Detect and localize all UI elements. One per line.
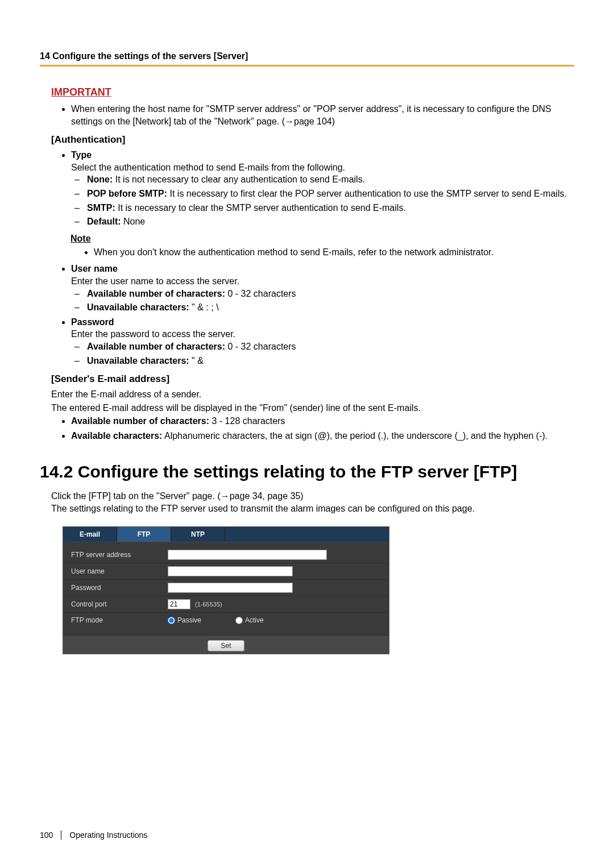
- label-password: Password: [71, 584, 168, 592]
- sender-avail-text: Alphanumeric characters, the at sign (@)…: [162, 431, 547, 441]
- ftp-settings-panel: E-mail FTP NTP FTP server address User n…: [63, 526, 389, 654]
- note-heading: Note: [70, 234, 574, 244]
- auth-smtp-text: It is necessary to clear the SMTP server…: [115, 203, 406, 213]
- section-14-2-title: 14.2 Configure the settings relating to …: [40, 462, 574, 482]
- intro-line2: The settings relating to the FTP server …: [51, 504, 475, 513]
- sender-chars-label: Available number of characters:: [71, 416, 209, 426]
- tab-ntp[interactable]: NTP: [171, 527, 225, 542]
- auth-user-label: User name: [71, 264, 118, 273]
- set-button[interactable]: Set: [208, 640, 244, 651]
- radio-passive-label[interactable]: Passive: [168, 616, 201, 624]
- auth-pass-item: Password Enter the password to access th…: [71, 316, 574, 367]
- auth-user-unavail-text: " & : ; \: [189, 302, 219, 312]
- radio-active-label[interactable]: Active: [235, 616, 264, 624]
- tab-blank: [225, 527, 389, 542]
- auth-pass-chars: Available number of characters: 0 - 32 c…: [87, 340, 574, 353]
- intro-block: Click the [FTP] tab on the "Server" page…: [51, 490, 574, 514]
- auth-pop-text: It is necessary to first clear the POP s…: [167, 189, 567, 198]
- sender-chars: Available number of characters: 3 - 128 …: [71, 415, 574, 427]
- auth-smtp-label: SMTP:: [87, 203, 115, 213]
- intro-line1: Click the [FTP] tab on the "Server" page…: [51, 491, 304, 501]
- sender-chars-text: 3 - 128 characters: [209, 416, 285, 426]
- important-item: When entering the host name for "SMTP se…: [71, 103, 574, 127]
- auth-user-chars: Available number of characters: 0 - 32 c…: [87, 288, 574, 300]
- note-item: When you don't know the authentication m…: [94, 246, 574, 259]
- radio-passive[interactable]: [168, 617, 175, 624]
- auth-user-item: User name Enter the user name to access …: [71, 263, 574, 313]
- input-password[interactable]: [168, 583, 293, 593]
- tab-email[interactable]: E-mail: [63, 527, 117, 542]
- input-control-port[interactable]: [168, 599, 190, 609]
- page-footer: 100 Operating Instructions: [40, 830, 147, 840]
- sender-heading: [Sender's E-mail address]: [51, 373, 574, 385]
- port-hint: (1-65535): [195, 601, 222, 608]
- page-header: 14 Configure the settings of the servers…: [40, 51, 574, 61]
- tab-ftp[interactable]: FTP: [117, 527, 171, 542]
- panel-tabs: E-mail FTP NTP: [63, 527, 389, 542]
- auth-type-desc: Select the authentication method to send…: [71, 163, 345, 172]
- label-username: User name: [71, 567, 168, 575]
- auth-pass-unavail-text: " &: [189, 356, 204, 366]
- auth-default: Default: None: [87, 215, 574, 228]
- auth-default-label: Default:: [87, 217, 121, 226]
- page-number: 100: [40, 830, 61, 840]
- auth-pass-unavail-label: Unavailable characters:: [87, 356, 189, 366]
- auth-none-label: None:: [87, 175, 113, 184]
- sender-avail: Available characters: Alphanumeric chara…: [71, 430, 574, 442]
- auth-user-unavail-label: Unavailable characters:: [87, 302, 189, 312]
- auth-pop: POP before SMTP: It is necessary to firs…: [87, 188, 574, 200]
- auth-heading: [Authentication]: [51, 134, 574, 146]
- radio-active[interactable]: [235, 617, 243, 624]
- sender-avail-label: Available characters:: [71, 431, 162, 441]
- auth-default-text: None: [121, 217, 146, 226]
- input-ftp-address[interactable]: [168, 550, 327, 560]
- auth-user-unavail: Unavailable characters: " & : ; \: [87, 301, 574, 314]
- radio-passive-text: Passive: [177, 616, 201, 624]
- auth-pass-chars-label: Available number of characters:: [87, 342, 225, 351]
- auth-type-item: Type Select the authentication method to…: [71, 149, 574, 228]
- auth-user-desc: Enter the user name to access the server…: [71, 276, 239, 286]
- auth-user-chars-label: Available number of characters:: [87, 289, 225, 298]
- label-ftp-mode: FTP mode: [71, 616, 168, 624]
- auth-none: None: It is not necessary to clear any a…: [87, 173, 574, 186]
- auth-user-chars-text: 0 - 32 characters: [225, 289, 296, 298]
- sender-line2: The entered E-mail address will be displ…: [51, 402, 574, 414]
- label-ftp-address: FTP server address: [71, 551, 168, 559]
- auth-pass-chars-text: 0 - 32 characters: [225, 342, 296, 351]
- sender-line1: Enter the E-mail address of a sender.: [51, 388, 574, 401]
- auth-pass-desc: Enter the password to access the server.: [71, 329, 235, 339]
- radio-active-text: Active: [245, 616, 264, 624]
- auth-pass-unavail: Unavailable characters: " &: [87, 355, 574, 367]
- auth-smtp: SMTP: It is necessary to clear the SMTP …: [87, 202, 574, 214]
- auth-pop-label: POP before SMTP:: [87, 189, 167, 198]
- header-rule: [40, 65, 574, 67]
- auth-type-label: Type: [71, 150, 92, 160]
- auth-none-text: It is not necessary to clear any authent…: [113, 175, 365, 184]
- auth-pass-label: Password: [71, 317, 114, 327]
- label-control-port: Control port: [71, 600, 168, 608]
- important-heading: IMPORTANT: [51, 86, 574, 98]
- input-username[interactable]: [168, 566, 293, 576]
- footer-doc-title: Operating Instructions: [69, 830, 147, 840]
